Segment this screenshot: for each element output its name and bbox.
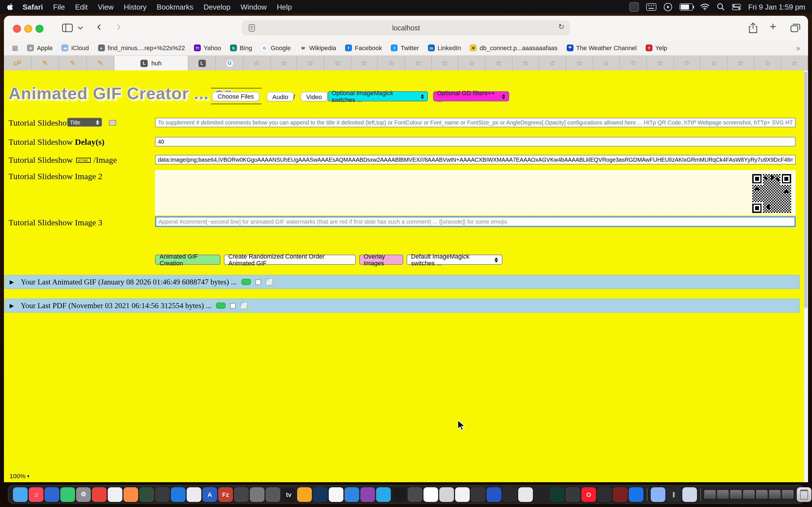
menu-item[interactable]: Bookmarks — [157, 3, 193, 11]
back-button[interactable]: ‹ — [97, 20, 101, 32]
dock-app-icon[interactable] — [487, 487, 501, 502]
empty-tab[interactable]: ☆ — [459, 56, 486, 70]
menu-item[interactable]: View — [98, 3, 114, 11]
watermark-comment-input[interactable] — [155, 216, 796, 227]
dock-folder-icon[interactable] — [651, 487, 665, 502]
mini-colour-box[interactable] — [109, 120, 116, 126]
bookmark-item[interactable]: W Wikipedia — [300, 45, 336, 51]
pinned-tab[interactable]: ✎ — [32, 56, 59, 70]
spotlight-search-icon[interactable] — [717, 3, 725, 11]
minimized-window-thumbnail[interactable] — [743, 490, 755, 499]
default-imagemagick-select[interactable]: Default ImageMagick switches ... — [407, 255, 502, 265]
dock-app-icon[interactable] — [360, 487, 375, 502]
bookmark-item[interactable]: A Apple — [28, 45, 53, 51]
dock-app-icon[interactable] — [123, 487, 138, 502]
dock-app-icon[interactable] — [139, 487, 154, 502]
apple-menu-icon[interactable] — [7, 3, 13, 11]
disclosure-triangle-icon[interactable]: ▶ — [10, 279, 14, 285]
dock-app-icon[interactable] — [455, 487, 470, 502]
sidebar-toggle-icon[interactable] — [62, 24, 73, 32]
empty-tab[interactable]: ☆ — [539, 56, 566, 70]
gd-filters-select[interactable]: Optional GD filters++ ... — [433, 91, 509, 101]
frame-box-icon[interactable] — [230, 303, 236, 308]
bookmarks-overflow-chevron-icon[interactable]: » — [796, 44, 800, 52]
address-bar[interactable]: localhost ↻ — [242, 20, 570, 36]
dock-app-icon[interactable] — [629, 487, 644, 502]
dock-app-icon[interactable] — [313, 487, 327, 502]
close-window-button[interactable] — [13, 25, 21, 33]
video-button[interactable]: Video — [301, 92, 327, 101]
minimized-window-thumbnail[interactable] — [704, 490, 716, 499]
bookmark-item[interactable]: t Twitter — [391, 45, 419, 51]
dock-app-icon[interactable]: Fz — [218, 487, 233, 502]
audio-button[interactable]: Audio — [267, 92, 294, 101]
dock-app-icon[interactable]: 9 — [423, 487, 438, 502]
empty-tab[interactable]: ☆ — [405, 56, 432, 70]
control-center-icon[interactable] — [732, 4, 741, 10]
tab-localhost[interactable]: L — [188, 56, 216, 70]
dock-app-icon[interactable] — [566, 487, 580, 502]
bookmark-item[interactable]: in LinkedIn — [428, 45, 461, 51]
dock-app-icon[interactable] — [234, 487, 249, 502]
dock-app-icon[interactable] — [597, 487, 612, 502]
dock-app-icon[interactable] — [471, 487, 486, 502]
randomized-order-button[interactable]: Create Randomized Content Order Animated… — [224, 255, 356, 265]
battery-icon[interactable] — [679, 3, 693, 10]
empty-tab[interactable]: ☆ — [593, 56, 620, 70]
dock-app-icon[interactable] — [613, 487, 627, 502]
page-zoom-control[interactable]: 100% ▾ — [10, 473, 29, 480]
dock-app-icon[interactable] — [108, 487, 122, 502]
empty-tab[interactable]: ☆ — [755, 56, 781, 70]
tab-active[interactable]: L huh — [114, 56, 188, 70]
dock-app-icon[interactable]: A — [202, 487, 217, 502]
bookmark-item[interactable]: G Google — [261, 45, 291, 51]
dock-app-icon[interactable]: ♫ — [29, 487, 43, 502]
page-format-icon[interactable] — [249, 24, 255, 32]
keyboard-icon[interactable] — [646, 3, 656, 10]
minimize-window-button[interactable] — [24, 25, 32, 33]
dock-app-icon[interactable]: tv — [282, 487, 296, 502]
result-section-bar[interactable]: ▶ Your Last Animated GIF (January 08 202… — [4, 275, 800, 289]
result-section-bar[interactable]: ▶ Your Last PDF (November 03 2021 06:14:… — [4, 298, 800, 313]
dock-app-icon[interactable] — [408, 487, 422, 502]
empty-tab[interactable]: ☆ — [727, 56, 754, 70]
bookmark-item[interactable]: ☂ The Weather Channel — [566, 45, 637, 51]
dock-app-icon[interactable] — [155, 487, 170, 502]
green-chip-icon[interactable] — [216, 302, 225, 309]
imagemagick-switches-select[interactable]: Optional ImageMagick switches ... — [327, 91, 428, 101]
menu-item[interactable]: Develop — [204, 3, 231, 11]
tab-overview-icon[interactable] — [791, 24, 800, 32]
delay-input[interactable] — [155, 137, 796, 147]
photo-chip-icon[interactable] — [240, 302, 248, 309]
new-tab-button[interactable]: + — [770, 21, 776, 33]
pinned-tab[interactable]: ✎ — [59, 56, 87, 70]
dock-app-icon[interactable] — [250, 487, 264, 502]
dock-app-icon[interactable]: O — [581, 487, 596, 502]
bookmark-item[interactable]: ☁ iCloud — [62, 45, 89, 51]
dock-app-icon[interactable] — [13, 487, 28, 502]
minimized-window-thumbnail[interactable] — [756, 490, 767, 499]
dock-app-icon[interactable] — [266, 487, 280, 502]
bookmark-item[interactable]: b Bing — [230, 45, 252, 51]
dock-app-icon[interactable] — [550, 487, 564, 502]
empty-tab[interactable]: ☆ — [378, 56, 405, 70]
empty-tab[interactable]: ☆ — [781, 56, 808, 70]
status-app-icon[interactable] — [629, 2, 639, 11]
empty-tab[interactable]: ☆ — [620, 56, 647, 70]
dock-app-icon[interactable] — [60, 487, 75, 502]
empty-tab[interactable]: ☆ — [701, 56, 727, 70]
bookmark-item[interactable]: Y! Yahoo — [194, 45, 221, 51]
favorites-grid-icon[interactable]: ▦ — [12, 44, 18, 52]
empty-tab[interactable]: ☆ — [297, 56, 324, 70]
scrollbar-thumb[interactable] — [804, 71, 808, 308]
dock-folder-icon[interactable] — [682, 487, 697, 502]
dock-app-icon[interactable] — [392, 487, 407, 502]
page-scrollbar[interactable] — [804, 70, 808, 482]
bookmark-item[interactable]: ● find_minus....rep+%22s%22 — [98, 45, 185, 51]
empty-tab[interactable]: ☆ — [647, 56, 673, 70]
minimized-window-thumbnail[interactable] — [782, 490, 794, 499]
menu-item[interactable]: Window — [241, 3, 267, 11]
empty-tab[interactable]: ☆ — [512, 56, 539, 70]
menu-item[interactable]: Edit — [75, 3, 88, 11]
zoom-window-button[interactable] — [36, 25, 43, 33]
